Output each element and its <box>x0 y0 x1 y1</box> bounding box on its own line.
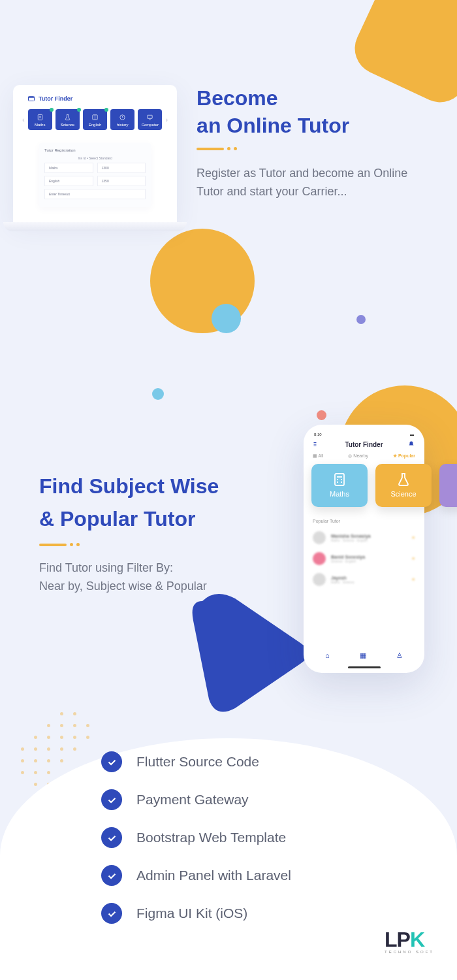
timeslot-input[interactable]: Enter Timeslot <box>44 189 146 199</box>
next-icon[interactable]: › <box>165 116 168 123</box>
decor-play-shape <box>183 588 313 719</box>
subject-card-maths[interactable]: Maths <box>28 109 52 130</box>
svg-rect-7 <box>148 115 152 118</box>
subject-card-english[interactable]: English <box>83 109 107 130</box>
company-logo: LPK TECHNO SOFT <box>385 928 434 954</box>
reg-cell[interactable]: Maths <box>44 163 93 173</box>
feature-item: Figma UI Kit (iOS) <box>101 903 291 924</box>
subject-maths[interactable]: Maths <box>311 464 368 507</box>
check-icon <box>101 865 122 886</box>
section-title: Becomean Online Tutor <box>197 85 437 139</box>
decor-dot <box>356 315 366 324</box>
feature-item: Flutter Source Code <box>101 751 291 772</box>
feature-item: Payment Gateway <box>101 789 291 810</box>
section-description: Register as Tutor and become an Online T… <box>197 165 437 201</box>
tutor-item[interactable]: Banid SonesiyaScience · English★ <box>310 548 418 569</box>
tutor-item[interactable]: Manisha SonasiyaMaths · Science · Englis… <box>310 527 418 548</box>
subject-card-science[interactable]: Science <box>55 109 80 130</box>
subject-card-computer[interactable]: Computer <box>138 109 162 130</box>
decor-dot <box>212 304 241 333</box>
feature-item: Bootstrap Web Template <box>101 827 291 848</box>
bottom-nav[interactable]: ⌂▦♙ <box>310 651 418 660</box>
logo-icon <box>27 95 35 103</box>
prev-icon[interactable]: ‹ <box>22 116 25 123</box>
svg-rect-1 <box>38 114 42 120</box>
reg-cell[interactable]: English <box>44 176 93 186</box>
check-icon <box>101 903 122 924</box>
svg-rect-9 <box>314 442 317 443</box>
tab-all[interactable]: ▦ All <box>313 453 323 459</box>
decor-dot <box>317 410 326 420</box>
popular-label: Popular Tutor <box>313 519 418 523</box>
reg-cell[interactable]: 1350 <box>97 176 146 186</box>
app-header: Tutor Finder <box>21 93 169 109</box>
flask-icon <box>396 472 411 487</box>
bell-icon[interactable] <box>407 440 415 448</box>
phone-mockup: 8:10▬ Tutor Finder ▦ All ◎ Nearby ★ Popu… <box>304 425 424 673</box>
svg-rect-12 <box>335 474 344 485</box>
clock-icon <box>119 114 126 121</box>
book-icon <box>91 114 99 121</box>
subject-science[interactable]: Science <box>375 464 432 507</box>
subject-card-history[interactable]: history <box>110 109 134 130</box>
reg-header: Ins Id • Select Standard <box>44 156 146 160</box>
calc-icon <box>37 114 44 121</box>
svg-rect-10 <box>314 444 317 445</box>
check-icon <box>101 827 122 848</box>
svg-rect-11 <box>314 446 317 446</box>
home-indicator <box>348 666 381 668</box>
subject-english[interactable]: En <box>439 464 457 507</box>
reg-cell[interactable]: 1300 <box>97 163 146 173</box>
check-icon <box>101 789 122 810</box>
calc-icon <box>332 472 347 487</box>
features-list: Flutter Source Code Payment Gateway Boot… <box>101 751 291 941</box>
menu-icon[interactable] <box>313 440 321 448</box>
user-icon[interactable]: ♙ <box>396 651 403 660</box>
panel-title: Tutor Registration <box>44 148 146 152</box>
decor-dot <box>152 388 164 400</box>
laptop-mockup: Tutor Finder ‹ Maths Science English his… <box>13 85 177 231</box>
app-title: Tutor Finder <box>345 441 383 448</box>
tutor-item[interactable]: JayeshMaths · Science★ <box>310 569 418 590</box>
flask-icon <box>64 114 71 121</box>
status-bar: 8:10▬ <box>310 431 418 440</box>
tab-popular[interactable]: ★ Popular <box>393 453 415 459</box>
svg-rect-0 <box>29 97 35 101</box>
home-icon[interactable]: ⌂ <box>325 651 330 660</box>
feature-item: Admin Panel with Laravel <box>101 865 291 886</box>
tab-nearby[interactable]: ◎ Nearby <box>348 453 368 459</box>
grid-icon[interactable]: ▦ <box>360 651 366 660</box>
monitor-icon <box>146 114 153 121</box>
check-icon <box>101 751 122 772</box>
underline-decor <box>197 147 437 150</box>
registration-panel: Tutor Registration Ins Id • Select Stand… <box>39 143 151 207</box>
